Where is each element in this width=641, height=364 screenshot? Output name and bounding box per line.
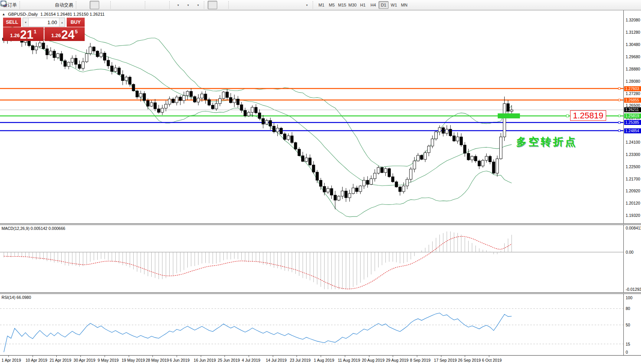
rsi-canvas <box>0 294 623 355</box>
price-chart-panel[interactable]: ▲ GBPUSD-,Daily 1.26154 1.26481 1.25150 … <box>0 10 641 223</box>
rsi-panel[interactable]: RSI(14) 66.0980 1008050150 <box>0 294 641 355</box>
autotrading-label: 自动交易 <box>55 2 73 8</box>
crosshair-button[interactable] <box>218 1 227 9</box>
line-anchor-handle[interactable] <box>618 88 620 90</box>
date-tick <box>56 356 57 357</box>
indicators-dropdown[interactable] <box>173 1 183 9</box>
macd-axis-tick: 0.008411 <box>626 226 641 230</box>
timeframe-button-H4[interactable]: H4 <box>368 1 378 9</box>
date-axis-label: 1 Aug 2019 <box>314 358 334 362</box>
date-axis-label: 6 Oct 2019 <box>482 358 502 362</box>
trendline-button[interactable] <box>252 1 262 9</box>
price-axis-tick: 1.23300 <box>626 152 640 157</box>
price-axis-tick: 1.21700 <box>626 177 640 181</box>
community-button[interactable] <box>33 1 43 9</box>
level-highlight-segment[interactable] <box>498 113 520 118</box>
collapse-panel-icon[interactable]: ▲ <box>2 12 5 16</box>
buy-price-box[interactable]: 1.26 24 5 <box>44 27 85 41</box>
toolbar-separator <box>313 1 315 9</box>
symbol-info-line: ▲ GBPUSD-,Daily 1.26154 1.26481 1.25150 … <box>2 12 105 16</box>
date-axis-label: 21 Apr 2019 <box>49 358 71 362</box>
auto-scroll-button[interactable] <box>149 1 158 9</box>
one-click-trading-panel: SELL ▼ ▲ BUY 1.26 21 1 1.26 24 5 <box>3 18 85 41</box>
line-anchor-handle[interactable] <box>618 121 620 123</box>
volume-increase-button[interactable]: ▲ <box>59 18 65 26</box>
arrows-dropdown[interactable] <box>302 1 311 9</box>
date-tick <box>33 356 33 357</box>
timeframe-button-W1[interactable]: W1 <box>389 1 399 9</box>
timeframe-button-M1[interactable]: M1 <box>316 1 326 9</box>
timeframe-button-MN[interactable]: MN <box>399 1 409 9</box>
price-axis-tick: 1.19320 <box>626 213 640 218</box>
sell-price-box[interactable]: 1.26 21 1 <box>3 27 44 41</box>
autotrading-button[interactable]: 自动交易 <box>53 1 75 9</box>
candlestick-chart-button[interactable] <box>90 1 99 9</box>
rsi-axis-tick: 100 <box>626 295 633 300</box>
equidistant-channel-button[interactable]: E <box>262 1 272 9</box>
chart-shift-button[interactable] <box>159 1 168 9</box>
periods-dropdown[interactable] <box>183 1 193 9</box>
sell-price-main: 21 <box>20 30 33 40</box>
date-tick <box>273 356 273 357</box>
signals-button[interactable] <box>43 1 53 9</box>
macd-panel[interactable]: MACD(12,26,9) 0.005142 0.000666 0.008411… <box>0 225 641 292</box>
date-tick <box>489 356 489 357</box>
macd-histogram <box>4 231 511 289</box>
date-axis-label: 25 Jun 2019 <box>218 358 240 362</box>
axis-divider <box>623 225 624 292</box>
date-tick <box>249 356 249 357</box>
zoom-in-button[interactable] <box>114 1 124 9</box>
date-tick <box>321 356 321 357</box>
rsi-axis-tick: 0 <box>626 350 628 354</box>
metaeditor-button[interactable] <box>23 1 33 9</box>
toolbar-separator <box>145 1 147 9</box>
cursor-button[interactable] <box>208 1 217 9</box>
chart-annotation-text[interactable]: 多空转折点 <box>516 135 577 149</box>
price-callout[interactable]: 1.25819 <box>570 110 606 121</box>
line-anchor-handle[interactable] <box>618 99 620 101</box>
timeframe-button-M30[interactable]: M30 <box>348 1 357 9</box>
rsi-axis-tick: 50 <box>626 323 630 327</box>
bar-chart-button[interactable] <box>80 1 89 9</box>
toolbar-separator <box>76 1 78 9</box>
vertical-line-button[interactable] <box>232 1 242 9</box>
text-label-button[interactable]: T <box>292 1 302 9</box>
date-axis-label: 26 Sep 2019 <box>458 358 481 362</box>
line-chart-button[interactable] <box>100 1 109 9</box>
buy-price-main: 24 <box>61 30 74 40</box>
symbol-title: GBPUSD-,Daily <box>8 12 38 16</box>
date-axis-label: 1 Apr 2019 <box>2 358 21 362</box>
date-axis[interactable]: 1 Apr 201910 Apr 201921 Apr 201930 Apr 2… <box>0 355 641 364</box>
tile-windows-button[interactable] <box>134 1 144 9</box>
date-axis-label: 16 Jun 2019 <box>194 358 216 362</box>
price-axis-tick: 1.30480 <box>626 42 640 47</box>
volume-input[interactable] <box>29 18 59 26</box>
fibonacci-button[interactable]: F <box>272 1 282 9</box>
line-anchor-handle[interactable] <box>618 130 620 132</box>
date-axis-label: 8 Sep 2019 <box>410 358 431 362</box>
toolbar-separator <box>169 1 172 9</box>
date-tick <box>152 356 153 357</box>
timeframe-button-M5[interactable]: M5 <box>327 1 337 9</box>
zoom-out-button[interactable] <box>124 1 134 9</box>
line-anchor-handle[interactable] <box>618 115 620 117</box>
main-toolbar: 新订单 自动交易 <box>0 0 641 10</box>
sell-button[interactable]: SELL <box>3 18 21 27</box>
chat-icon[interactable] <box>0 0 7 7</box>
price-axis-tick: 1.31280 <box>626 30 640 34</box>
timeframe-button-D1[interactable]: D1 <box>379 1 389 9</box>
line-anchor-handle[interactable] <box>566 115 569 117</box>
level-price-label: 1.25385 <box>624 120 641 125</box>
volume-decrease-button[interactable]: ▼ <box>23 18 29 26</box>
date-axis-label: 11 Aug 2019 <box>338 358 360 362</box>
text-button[interactable]: A <box>282 1 292 9</box>
price-axis-tick: 1.28880 <box>626 67 640 71</box>
horizontal-line-button[interactable] <box>242 1 252 9</box>
buy-button[interactable]: BUY <box>67 18 85 27</box>
date-axis-label: 4 Jul 2019 <box>242 358 260 362</box>
templates-dropdown[interactable] <box>193 1 203 9</box>
date-axis-label: 17 Sep 2019 <box>434 358 457 362</box>
timeframe-button-M15[interactable]: M15 <box>337 1 347 9</box>
bollinger-band-m <box>4 33 511 186</box>
timeframe-button-H1[interactable]: H1 <box>358 1 368 9</box>
